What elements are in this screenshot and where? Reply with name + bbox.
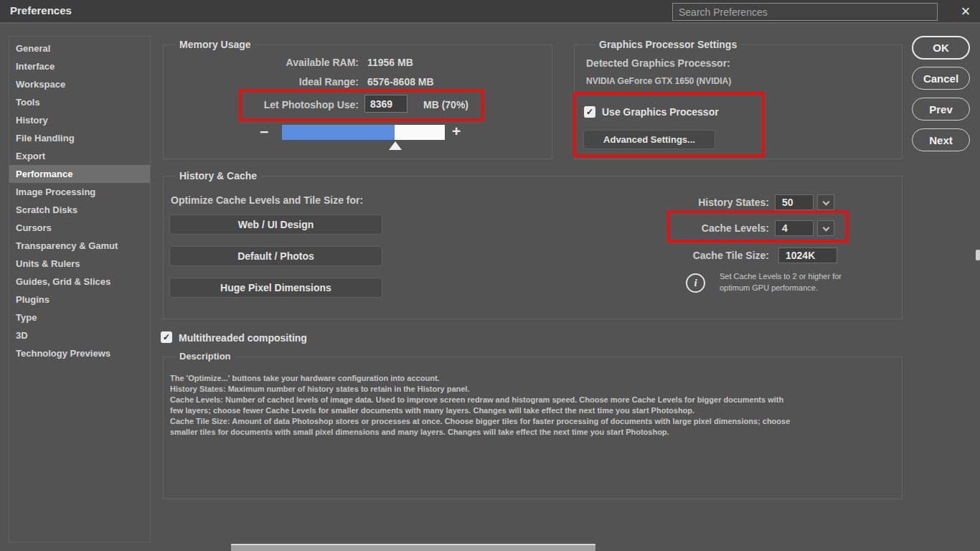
- sidebar-item-transparency-gamut[interactable]: Transparency & Gamut: [9, 237, 150, 255]
- sidebar-item-image-processing[interactable]: Image Processing: [9, 183, 150, 201]
- description-line: smaller tiles for documents with small p…: [170, 428, 669, 436]
- history-cache-title: History & Cache: [175, 170, 261, 182]
- cancel-button[interactable]: Cancel: [912, 67, 970, 90]
- sidebar-item-cursors[interactable]: Cursors: [9, 219, 150, 237]
- cache-tile-size-label: Cache Tile Size:: [618, 250, 769, 261]
- multithreaded-label: Multithreaded compositing: [179, 332, 307, 344]
- cache-levels-chevron-icon[interactable]: [817, 220, 834, 236]
- description-line: Cache Tile Size: Amount of data Photosho…: [170, 417, 790, 425]
- history-states-chevron-icon[interactable]: [817, 194, 834, 210]
- ram-unit-percent: MB (70%): [423, 99, 468, 110]
- sidebar-item-tools[interactable]: Tools: [9, 93, 150, 111]
- sidebar: General Interface Workspace Tools Histor…: [9, 36, 151, 542]
- preset-huge-pixel-button[interactable]: Huge Pixel Dimensions: [169, 278, 382, 298]
- description-line: few layers; choose fewer Cache Levels fo…: [170, 406, 694, 415]
- bottom-progress-bar: [231, 544, 595, 551]
- sidebar-item-interface[interactable]: Interface: [9, 57, 150, 75]
- edge-artifact: [976, 250, 980, 260]
- preferences-dialog: Preferences × General Interface Workspac…: [0, 0, 980, 551]
- gpu-note-line2: optimum GPU performance.: [720, 283, 818, 293]
- detected-gpu-label: Detected Graphics Processor:: [586, 57, 730, 69]
- dialog-title: Preferences: [10, 4, 72, 17]
- sidebar-item-technology-previews[interactable]: Technology Previews: [9, 344, 150, 362]
- available-ram-label: Available RAM:: [165, 57, 359, 68]
- ok-button[interactable]: OK: [912, 36, 970, 60]
- cache-levels-select[interactable]: 4: [775, 220, 814, 236]
- ideal-range-label: Ideal Range:: [165, 76, 359, 88]
- ram-slider-track[interactable]: [282, 125, 445, 140]
- multithreaded-checkbox[interactable]: ✓: [161, 331, 172, 343]
- sidebar-item-workspace[interactable]: Workspace: [9, 75, 150, 93]
- advanced-settings-button[interactable]: Advanced Settings...: [583, 130, 715, 149]
- description-line: History States: Maximum number of histor…: [170, 385, 469, 393]
- slider-minus-icon[interactable]: −: [260, 123, 268, 141]
- preset-default-photos-button[interactable]: Default / Photos: [169, 246, 382, 266]
- sidebar-item-scratch-disks[interactable]: Scratch Disks: [9, 201, 150, 219]
- sidebar-item-3d[interactable]: 3D: [9, 326, 150, 344]
- search-input[interactable]: [672, 3, 938, 21]
- use-gpu-label: Use Graphics Processor: [602, 106, 719, 118]
- sidebar-item-guides-grid-slices[interactable]: Guides, Grid & Slices: [9, 273, 150, 291]
- use-gpu-checkbox[interactable]: ✓: [584, 106, 595, 118]
- preset-web-ui-button[interactable]: Web / UI Design: [169, 215, 382, 235]
- sidebar-item-type[interactable]: Type: [9, 309, 150, 326]
- ideal-range-value: 6576-8608 MB: [367, 76, 434, 88]
- ram-amount-input[interactable]: [364, 95, 407, 113]
- close-icon[interactable]: ×: [956, 1, 976, 22]
- graphics-group-title: Graphics Processor Settings: [595, 39, 741, 50]
- let-photoshop-use-label: Let Photoshop Use:: [165, 99, 359, 110]
- gpu-note-line1: Set Cache Levels to 2 or higher for: [720, 271, 842, 282]
- available-ram-value: 11956 MB: [367, 57, 413, 68]
- history-states-select[interactable]: 50: [775, 194, 814, 210]
- sidebar-item-history[interactable]: History: [9, 111, 150, 129]
- next-button[interactable]: Next: [912, 128, 970, 151]
- memory-usage-title: Memory Usage: [175, 39, 255, 50]
- ram-slider-fill: [282, 125, 395, 140]
- description-title: Description: [175, 351, 235, 362]
- description-line: The 'Optimize...' buttons take your hard…: [170, 374, 440, 382]
- sidebar-item-file-handling[interactable]: File Handling: [9, 129, 150, 147]
- sidebar-item-units-rulers[interactable]: Units & Rulers: [9, 255, 150, 273]
- slider-plus-icon[interactable]: +: [452, 123, 461, 140]
- gpu-name: NVIDIA GeForce GTX 1650 (NVIDIA): [586, 76, 731, 86]
- sidebar-item-plugins[interactable]: Plugins: [9, 291, 150, 309]
- sidebar-item-export[interactable]: Export: [9, 147, 150, 165]
- cache-tile-size-select[interactable]: 1024K: [778, 248, 837, 263]
- description-line: Cache Levels: Number of cached levels of…: [170, 395, 783, 404]
- prev-button[interactable]: Prev: [912, 98, 970, 121]
- title-bar: Preferences ×: [0, 0, 980, 24]
- sidebar-item-general[interactable]: General: [9, 39, 150, 57]
- optimize-label: Optimize Cache Levels and Tile Size for:: [171, 194, 363, 206]
- ram-slider-thumb[interactable]: [389, 141, 402, 150]
- history-states-label: History States:: [618, 197, 769, 208]
- sidebar-item-performance[interactable]: Performance: [9, 165, 150, 183]
- cache-levels-label: Cache Levels:: [618, 222, 769, 234]
- info-icon: i: [686, 273, 705, 293]
